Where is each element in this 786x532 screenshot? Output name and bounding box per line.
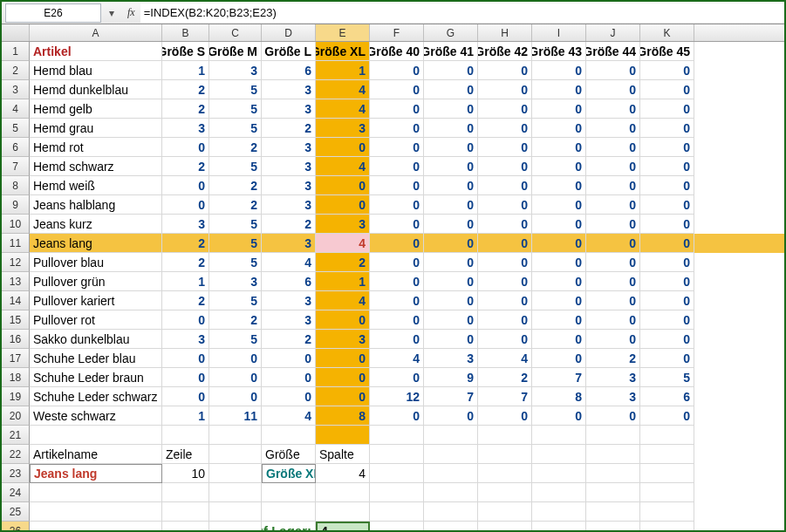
cell[interactable]: 0	[424, 272, 478, 291]
col-head-F[interactable]: F	[370, 24, 424, 41]
cell[interactable]: 0	[586, 330, 640, 349]
article-name[interactable]: Hemd gelb	[30, 99, 162, 119]
cell[interactable]: 0	[478, 61, 532, 80]
cell[interactable]: Größe S	[162, 42, 209, 61]
cell[interactable]: Größe XL	[316, 42, 370, 61]
cell[interactable]	[316, 483, 370, 502]
cell[interactable]: 0	[640, 253, 694, 272]
article-name[interactable]: Pullover rot	[30, 310, 162, 330]
cell[interactable]: 2	[162, 253, 209, 272]
cell[interactable]: Größe 41	[424, 42, 478, 61]
cell[interactable]: 0	[586, 253, 640, 272]
cell[interactable]: 0	[262, 349, 316, 368]
cell[interactable]: 0	[424, 119, 478, 138]
result-label[interactable]: Auf Lager:	[262, 522, 316, 532]
row-head-19[interactable]: 19	[2, 387, 30, 406]
cell[interactable]	[209, 445, 262, 464]
cell[interactable]: 0	[640, 119, 694, 138]
col-head-D[interactable]: D	[262, 24, 316, 41]
cell[interactable]: 3	[316, 119, 370, 138]
cell[interactable]: 4	[316, 80, 370, 99]
cell[interactable]	[209, 464, 262, 483]
cell[interactable]: 0	[370, 61, 424, 80]
name-box[interactable]: E26	[5, 3, 101, 23]
row-head-6[interactable]: 6	[2, 138, 30, 157]
cell[interactable]: 0	[478, 215, 532, 234]
row-head-23[interactable]: 23	[2, 464, 30, 483]
cell[interactable]: Größe L	[262, 42, 316, 61]
cell[interactable]: 2	[162, 291, 209, 310]
cell[interactable]: 4	[262, 406, 316, 426]
article-name[interactable]: Hemd rot	[30, 138, 162, 157]
row-head-4[interactable]: 4	[2, 99, 30, 119]
cell[interactable]: 0	[478, 176, 532, 195]
lookup-groesse[interactable]: Größe XL	[262, 464, 316, 483]
cell[interactable]	[640, 502, 694, 522]
cell[interactable]: 0	[424, 61, 478, 80]
cell[interactable]	[532, 483, 586, 502]
cell[interactable]: 9	[424, 368, 478, 387]
cell[interactable]: 0	[370, 157, 424, 176]
col-head-G[interactable]: G	[424, 24, 478, 41]
cell[interactable]: 3	[262, 99, 316, 119]
cell[interactable]: 0	[586, 234, 640, 253]
cell[interactable]: 0	[478, 138, 532, 157]
cell[interactable]	[209, 522, 262, 532]
cell[interactable]: 0	[532, 99, 586, 119]
cell[interactable]: 0	[162, 176, 209, 195]
cell[interactable]: 6	[262, 272, 316, 291]
cell[interactable]: 0	[640, 330, 694, 349]
cell[interactable]	[586, 502, 640, 522]
cell[interactable]: 0	[532, 406, 586, 426]
cell[interactable]: 0	[586, 138, 640, 157]
article-name[interactable]: Pullover kariert	[30, 291, 162, 310]
cell[interactable]: 0	[262, 387, 316, 406]
cell[interactable]	[640, 445, 694, 464]
cell[interactable]	[586, 445, 640, 464]
cell[interactable]	[370, 502, 424, 522]
cell[interactable]: 4	[262, 253, 316, 272]
cell[interactable]: 0	[586, 215, 640, 234]
formula-input[interactable]	[140, 3, 784, 23]
cell[interactable]: 5	[209, 234, 262, 253]
cell[interactable]: 0	[370, 330, 424, 349]
cell[interactable]: 0	[640, 272, 694, 291]
cell[interactable]: 0	[424, 80, 478, 99]
cell[interactable]: 3	[262, 291, 316, 310]
cell[interactable]	[162, 502, 209, 522]
cell[interactable]: 0	[478, 291, 532, 310]
cell[interactable]: 2	[162, 234, 209, 253]
cell[interactable]: 2	[209, 195, 262, 215]
cell[interactable]: 0	[532, 291, 586, 310]
cell[interactable]: 8	[532, 387, 586, 406]
cell[interactable]: Zeile	[162, 445, 209, 464]
cell[interactable]: 0	[640, 406, 694, 426]
cell[interactable]	[209, 483, 262, 502]
cell[interactable]: 0	[424, 330, 478, 349]
cell[interactable]	[640, 483, 694, 502]
row-head-11[interactable]: 11	[2, 234, 30, 253]
cell[interactable]: 0	[532, 119, 586, 138]
cell[interactable]: 0	[532, 253, 586, 272]
cell[interactable]	[424, 502, 478, 522]
cell[interactable]: 3	[262, 138, 316, 157]
cell[interactable]	[478, 483, 532, 502]
row-head-26[interactable]: 26	[2, 522, 30, 532]
cell[interactable]	[586, 483, 640, 502]
cell[interactable]: 0	[424, 157, 478, 176]
cell[interactable]	[162, 522, 209, 532]
cell[interactable]: 3	[162, 215, 209, 234]
cell[interactable]: 0	[640, 234, 694, 253]
cell[interactable]: 0	[316, 138, 370, 157]
cell[interactable]: 0	[316, 310, 370, 330]
cell[interactable]: 3	[262, 310, 316, 330]
row-head-8[interactable]: 8	[2, 176, 30, 195]
cell[interactable]: 0	[370, 176, 424, 195]
cell[interactable]	[586, 426, 640, 445]
cell[interactable]: 0	[209, 349, 262, 368]
cell[interactable]	[370, 522, 424, 532]
select-all-corner[interactable]	[2, 24, 30, 41]
cell[interactable]	[162, 483, 209, 502]
cell[interactable]: 0	[478, 310, 532, 330]
cell[interactable]: 4	[316, 291, 370, 310]
